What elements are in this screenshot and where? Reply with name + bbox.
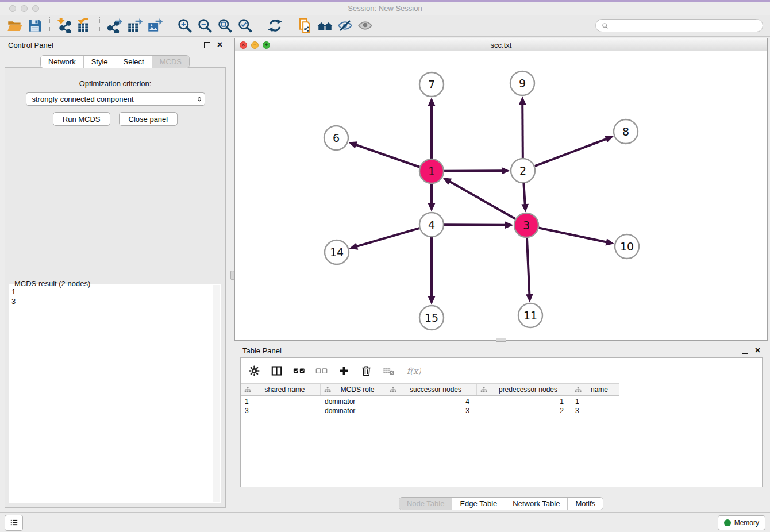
check-all-icon [293, 365, 305, 377]
copy-share-button[interactable] [295, 17, 315, 35]
graph-edge-4-3[interactable] [444, 225, 506, 225]
column-header-predecessor-nodes[interactable]: predecessor nodes [477, 384, 571, 395]
column-label: name [582, 385, 617, 394]
table-cell: 2 [477, 407, 571, 415]
graph-node-label: 9 [519, 77, 526, 90]
toolbar-separator [290, 17, 290, 34]
graph-edge-arrowhead [428, 203, 436, 212]
graph-node-label: 14 [330, 246, 344, 259]
graph-edge-arrowhead [349, 243, 359, 250]
graph-edge-2-3[interactable] [523, 183, 525, 205]
gear-button[interactable] [248, 365, 260, 377]
column-header-shared-name[interactable]: shared name [241, 384, 321, 395]
export-network-button[interactable] [105, 17, 125, 35]
close-panel-button[interactable]: Close panel [119, 112, 178, 126]
close-panel-icon[interactable]: × [217, 41, 222, 48]
export-table-button[interactable] [125, 17, 145, 35]
column-header-successor-nodes[interactable]: successor nodes [386, 384, 477, 395]
trash-button[interactable] [360, 365, 372, 377]
result-scrollbar[interactable] [213, 285, 220, 502]
panel-splitter[interactable] [230, 37, 234, 512]
first-neighbors-button[interactable] [315, 17, 335, 35]
table-cell: 1 [241, 398, 321, 406]
control-tab-network[interactable]: Network [41, 56, 83, 68]
graph-node-label: 15 [425, 311, 438, 324]
task-history-button[interactable] [5, 515, 23, 531]
mcds-panel: Optimization criterion: strongly connect… [5, 67, 226, 508]
graph-edge-3-1[interactable] [449, 182, 515, 219]
import-table-button[interactable] [75, 17, 95, 35]
network-window-title: scc.txt [235, 41, 767, 49]
search-box[interactable] [595, 19, 763, 32]
graph-node-label: 10 [620, 240, 634, 253]
export-image-button[interactable] [145, 17, 165, 35]
uncheck-all-button[interactable] [315, 365, 328, 377]
table-tab-motifs[interactable]: Motifs [567, 498, 603, 510]
save-session-button[interactable] [25, 17, 45, 35]
tree-icon [390, 386, 396, 393]
result-line: 1 [11, 287, 211, 296]
table-row[interactable]: 1dominator411 [241, 397, 619, 406]
network-canvas[interactable]: 7968124314101511 [235, 51, 767, 340]
control-tab-select[interactable]: Select [116, 56, 152, 68]
refresh-view-button[interactable] [265, 17, 285, 35]
open-file-button[interactable] [5, 17, 25, 35]
table-tab-network-table[interactable]: Network Table [505, 498, 567, 510]
table-panel-title: Table Panel [242, 346, 282, 355]
column-header-mcds-role[interactable]: MCDS role [321, 384, 386, 395]
result-line: 3 [11, 296, 211, 306]
zoom-selected-icon [237, 18, 253, 33]
column-label: shared name [251, 385, 318, 394]
import-network-button[interactable] [55, 17, 75, 35]
first-neighbors-icon [317, 18, 333, 33]
zoom-selected-button[interactable] [235, 17, 255, 35]
zoom-in-button[interactable] [175, 17, 195, 35]
tree-icon [324, 386, 331, 393]
search-input[interactable] [612, 21, 757, 30]
graph-edge-3-11[interactable] [527, 238, 529, 295]
splitter-grip[interactable] [230, 271, 234, 280]
close-table-panel-icon[interactable]: × [755, 347, 760, 354]
table-cell: 1 [571, 398, 619, 406]
column-header-name[interactable]: name [571, 384, 619, 395]
memory-button[interactable]: Memory [718, 515, 765, 530]
table-tab-node-table[interactable]: Node Table [399, 498, 452, 510]
table-cell: dominator [321, 398, 386, 406]
graph-edge-1-2[interactable] [444, 171, 502, 171]
column-label: successor nodes [396, 385, 475, 394]
columns-icon [271, 365, 283, 377]
network-resize-grip[interactable] [496, 338, 506, 342]
graph-edge-2-9[interactable] [522, 104, 523, 158]
table-cell: 3 [571, 407, 619, 415]
column-label: MCDS role [331, 385, 384, 394]
graph-edge-4-14[interactable] [357, 228, 419, 246]
toolbar-separator [49, 17, 50, 34]
mcds-result-lines[interactable]: 13 [11, 287, 211, 500]
graph-edge-1-6[interactable] [356, 145, 419, 167]
show-all-button[interactable] [355, 17, 375, 35]
node-table-container: f(x) shared nameMCDS rolesuccessor nodes… [240, 357, 763, 487]
hide-selected-icon [337, 18, 353, 33]
run-mcds-button[interactable]: Run MCDS [53, 112, 110, 126]
float-table-panel-icon[interactable] [742, 348, 748, 354]
columns-button[interactable] [271, 365, 283, 377]
graph-edge-3-10[interactable] [539, 228, 607, 242]
zoom-fit-button[interactable] [215, 17, 235, 35]
zoom-out-button[interactable] [195, 17, 215, 35]
tree-icon [244, 386, 251, 393]
graph-edge-2-8[interactable] [535, 139, 607, 166]
optimization-label: Optimization criterion: [5, 79, 225, 88]
import-network-icon [57, 18, 72, 33]
check-all-button[interactable] [293, 365, 305, 377]
toolbar-separator [260, 17, 260, 34]
float-panel-icon[interactable] [204, 42, 210, 48]
toolbar-separator [99, 17, 100, 34]
table-row[interactable]: 3dominator323 [241, 406, 619, 415]
refresh-view-icon [267, 18, 283, 33]
control-tab-style[interactable]: Style [83, 56, 116, 68]
table-tab-edge-table[interactable]: Edge Table [452, 498, 505, 510]
criterion-select[interactable]: strongly connected component [26, 92, 205, 106]
add-row-button[interactable] [338, 365, 350, 377]
control-tab-mcds[interactable]: MCDS [152, 56, 189, 68]
hide-selected-button[interactable] [335, 17, 355, 35]
